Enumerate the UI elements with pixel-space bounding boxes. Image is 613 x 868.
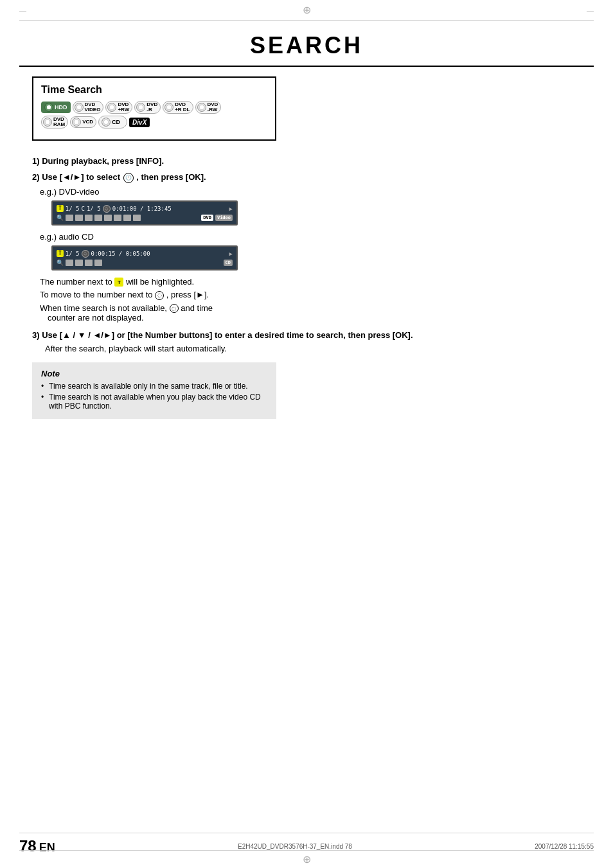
osd-cd-row1: T 1/ 5 ◌ 0:00:15 / 0:05:00 ▶: [57, 250, 233, 258]
osd-t-badge: T: [57, 205, 64, 212]
highlight-text2: will be highlighted.: [126, 277, 194, 287]
osd-cd-ctrl2: [75, 260, 83, 266]
osd-ctrl6: [114, 215, 121, 221]
osd-cd-screen: T 1/ 5 ◌ 0:00:15 / 0:05:00 ▶ 🔍 CD: [51, 245, 238, 270]
hdd-disc-icon: [44, 103, 53, 112]
move-text-block: To move to the number next to ◌ , press …: [40, 290, 581, 300]
cd-label: CD: [112, 119, 120, 125]
note-title-text: Note: [41, 369, 60, 378]
osd-ctrl1: [66, 215, 73, 221]
osd-chapter-label: C: [82, 206, 85, 212]
osd-cd-row2: 🔍 CD: [57, 260, 233, 266]
when-text: When time search is not available,: [40, 303, 170, 313]
step1-number: 1): [32, 156, 40, 166]
step2-text: Use [◄/►] to select: [42, 172, 122, 182]
media-badges-row1: HDD DVDVIDEO DVD+RW DVD-R: [41, 101, 267, 114]
osd-ctrl4: [94, 215, 102, 221]
vcd-label: VCD: [82, 120, 93, 125]
dvd-r-disc-icon: [136, 103, 145, 112]
clock-icon-inline2: ◌: [155, 291, 164, 300]
vcd-disc-icon: [72, 118, 81, 127]
when-text-block: When time search is not available, ◌ and…: [40, 303, 581, 323]
when-text2: and time: [181, 303, 213, 313]
divx-badge: DivX: [129, 118, 150, 127]
page-title: SEARCH: [19, 32, 594, 59]
dvd-r-dl-badge: DVD+R DL: [163, 101, 193, 114]
dvd-rw-plus-label: DVD+RW: [118, 102, 129, 112]
dvd-ram-label: DVDRAM: [53, 117, 65, 127]
note-item-1: Time search is available only in the sam…: [41, 382, 267, 391]
dvd-ram-disc-icon: [43, 118, 52, 127]
dvd-ram-badge: DVDRAM: [41, 116, 68, 128]
osd-ctrl8: [133, 215, 141, 221]
osd-ctrl7: [123, 215, 131, 221]
dvd-video-disc-icon: [75, 103, 84, 112]
step2: 2) Use [◄/►] to select 🕐 , then press [O…: [32, 172, 581, 183]
media-badges-row2: DVDRAM VCD CD DivX: [41, 116, 267, 128]
cd-disc-icon: [102, 118, 111, 127]
osd-clock-icon-cd: ◌: [82, 250, 89, 258]
step3-text: Use [▲ / ▼ / ◄/►] or [the Number buttons…: [42, 330, 413, 340]
when-text3: counter are not displayed.: [48, 313, 144, 323]
reg-mark-top: ⊕: [303, 4, 311, 15]
footer-date: 2007/12/28 11:15:55: [535, 843, 594, 850]
step1: 1) During playback, press [INFO].: [32, 156, 581, 166]
hdd-label: HDD: [55, 104, 67, 111]
osd-dvd-row2: 🔍 DVD Video: [57, 215, 233, 221]
osd-video-badge: Video: [215, 215, 233, 221]
osd-cd-search-icon: 🔍: [57, 260, 64, 266]
osd-search-icon: 🔍: [57, 215, 64, 221]
dvd-rw-minus-disc-icon: [197, 103, 206, 112]
osd-cd-ctrl3: [85, 260, 93, 266]
step2-eg-cd-label: e.g.) audio CD: [40, 232, 581, 242]
cd-badge: CD: [98, 116, 127, 128]
step3: 3) Use [▲ / ▼ / ◄/►] or [the Number butt…: [32, 330, 581, 340]
osd-ctrl2: [75, 215, 83, 221]
footer-right: 2007/12/28 11:15:55: [535, 843, 594, 850]
dvd-rw-minus-badge: DVD-RW: [195, 101, 222, 114]
osd-dvd-format-badge: DVD: [201, 215, 213, 221]
time-search-box: Time Search HDD DVDVIDEO DVD+RW: [32, 76, 276, 141]
clock-icon-inline3: ◌: [170, 304, 179, 313]
osd-track-cd: 1/ 5: [66, 251, 80, 257]
step2-eg-dvd-label: e.g.) DVD-video: [40, 187, 581, 197]
osd-cd-ctrl1: [66, 260, 73, 266]
step2-text2: , then press [OK].: [136, 172, 206, 182]
right-margin-mark: —: [587, 6, 594, 14]
dvd-r-label: DVD-R: [147, 102, 157, 112]
osd-arrow-dvd: ▶: [229, 206, 233, 212]
left-margin-mark: —: [19, 6, 26, 14]
note-item-1-text: Time search is available only in the sam…: [49, 382, 248, 391]
osd-cd-format-badge: CD: [224, 260, 233, 266]
reg-mark-bottom: ⊕: [303, 854, 311, 865]
dvd-r-dl-disc-icon: [164, 103, 173, 112]
dvd-rw-plus-badge: DVD+RW: [105, 101, 132, 114]
step2-number: 2): [32, 172, 40, 182]
dvd-r-badge: DVD-R: [134, 101, 161, 114]
dvd-video-badge: DVDVIDEO: [73, 101, 104, 114]
osd-dvd-screen: T 1/ 5 C 1/ 5 ◌ 0:01:00 / 1:23:45 ▶ 🔍: [51, 200, 238, 226]
osd-chapter-dvd: 1/ 5: [87, 206, 101, 212]
move-text: To move to the number next to: [40, 290, 155, 299]
step1-text: During playback, press [INFO].: [42, 156, 164, 166]
t-icon-inline: T: [114, 278, 123, 287]
move-text2: , press [►].: [166, 290, 209, 299]
dvd-rw-minus-label: DVD-RW: [208, 102, 218, 112]
footer-file: E2H42UD_DVDR3576H-37_EN.indd 78: [238, 843, 352, 850]
note-title: Note: [41, 369, 267, 378]
osd-ctrl5: [104, 215, 112, 221]
note-item-2-text: Time search is not available when you pl…: [49, 393, 261, 411]
osd-clock-icon: ◌: [103, 205, 111, 213]
clock-icon-inline: 🕐: [123, 173, 134, 183]
osd-dvd-row1: T 1/ 5 C 1/ 5 ◌ 0:01:00 / 1:23:45 ▶: [57, 205, 233, 213]
step3-number: 3): [32, 330, 40, 340]
dvd-video-label: DVDVIDEO: [85, 102, 101, 112]
hdd-badge: HDD: [41, 102, 71, 113]
osd-arrow-cd: ▶: [229, 251, 233, 257]
osd-track-dvd: 1/ 5: [66, 206, 80, 212]
osd-time-cd: 0:00:15 / 0:05:00: [91, 251, 150, 257]
osd-time-dvd: 0:01:00 / 1:23:45: [112, 206, 172, 212]
highlight-text: The number next to: [40, 277, 114, 287]
osd-ctrl3: [85, 215, 93, 221]
highlight-text-block: The number next to T will be highlighted…: [40, 277, 581, 287]
